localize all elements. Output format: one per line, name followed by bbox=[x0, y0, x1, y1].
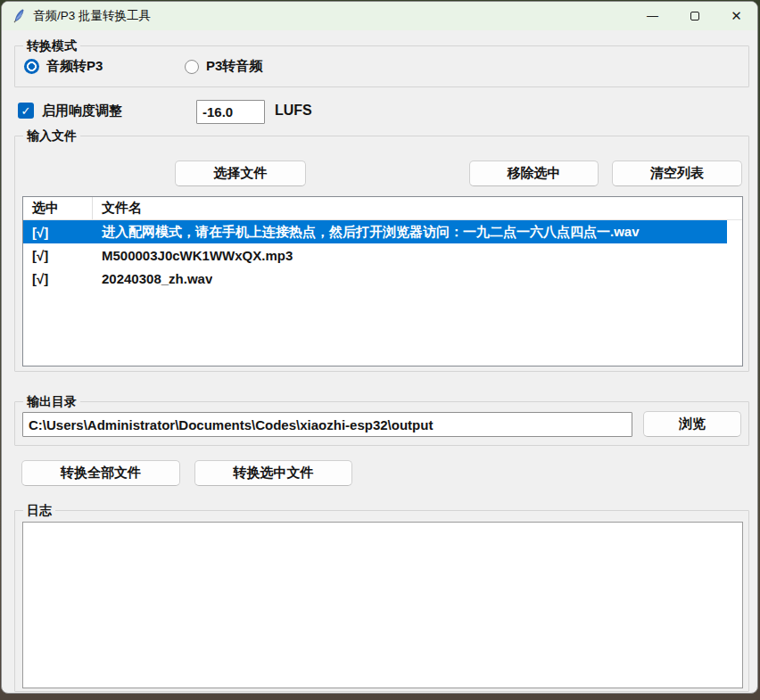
log-group-label: 日志 bbox=[23, 502, 55, 518]
row-filename: 进入配网模式，请在手机上连接热点，然后打开浏览器访问：一九二点一六八点四点一.w… bbox=[93, 224, 640, 241]
row-check-mark[interactable]: [√] bbox=[23, 220, 93, 243]
radio-unselected-icon bbox=[185, 60, 199, 74]
log-textarea[interactable] bbox=[22, 522, 743, 688]
row-filename: 20240308_zh.wav bbox=[93, 271, 212, 286]
close-icon: ✕ bbox=[731, 8, 742, 24]
clear-list-button[interactable]: 清空列表 bbox=[612, 161, 742, 186]
window-controls: — ✕ bbox=[632, 2, 757, 30]
browse-button[interactable]: 浏览 bbox=[643, 411, 741, 437]
checkmark-icon: ✓ bbox=[21, 104, 31, 118]
row-check-mark[interactable]: [√] bbox=[23, 267, 93, 290]
minimize-button[interactable]: — bbox=[632, 2, 673, 30]
minimize-icon: — bbox=[647, 9, 658, 22]
convert-selected-button[interactable]: 转换选中文件 bbox=[194, 460, 352, 486]
window-title: 音频/P3 批量转换工具 bbox=[33, 8, 151, 24]
output-dir-groupbox: 输出目录 浏览 bbox=[14, 401, 749, 446]
radio-audio-to-p3-label: 音频转P3 bbox=[46, 58, 103, 75]
close-button[interactable]: ✕ bbox=[715, 2, 757, 30]
radio-selected-icon bbox=[24, 59, 39, 74]
column-header-filename[interactable]: 文件名 bbox=[93, 200, 142, 217]
table-row[interactable]: [√] 进入配网模式，请在手机上连接热点，然后打开浏览器访问：一九二点一六八点四… bbox=[23, 220, 727, 243]
table-row[interactable]: [√] 20240308_zh.wav bbox=[23, 267, 742, 290]
radio-p3-to-audio[interactable]: P3转音频 bbox=[185, 58, 262, 75]
convert-all-button[interactable]: 转换全部文件 bbox=[21, 460, 180, 486]
maximize-icon bbox=[690, 12, 699, 21]
desktop-backdrop: { "window": { "title": "音频/P3 批量转换工具", "… bbox=[0, 0, 760, 700]
title-bar: 音频/P3 批量转换工具 — ✕ bbox=[2, 2, 757, 30]
loudness-checkbox[interactable]: ✓ bbox=[18, 103, 34, 119]
output-path-input[interactable] bbox=[22, 412, 632, 437]
select-files-button[interactable]: 选择文件 bbox=[175, 161, 306, 186]
loudness-label: 启用响度调整 bbox=[42, 103, 122, 119]
lufs-value-input[interactable] bbox=[196, 100, 265, 124]
table-row[interactable]: [√] M500003J0cWK1WWxQX.mp3 bbox=[23, 243, 742, 267]
column-header-checked[interactable]: 选中 bbox=[23, 197, 93, 219]
radio-audio-to-p3[interactable]: 音频转P3 bbox=[24, 58, 103, 75]
log-groupbox: 日志 bbox=[14, 510, 749, 692]
radio-p3-to-audio-label: P3转音频 bbox=[206, 58, 262, 75]
remove-selected-button[interactable]: 移除选中 bbox=[469, 161, 599, 186]
table-header: 选中 文件名 bbox=[23, 197, 742, 220]
row-filename: M500003J0cWK1WWxQX.mp3 bbox=[93, 248, 293, 263]
python-feather-icon bbox=[12, 9, 26, 23]
input-files-groupbox: 输入文件 选择文件 移除选中 清空列表 选中 文件名 [√] 进入配网模式，请在… bbox=[14, 136, 749, 372]
app-window: 音频/P3 批量转换工具 — ✕ 转换模式 音频转P3 P3转音频 ✓ 启用响度… bbox=[1, 1, 758, 694]
output-dir-group-label: 输出目录 bbox=[23, 393, 80, 409]
lufs-unit-label: LUFS bbox=[275, 103, 312, 119]
row-check-mark[interactable]: [√] bbox=[23, 243, 93, 267]
maximize-button[interactable] bbox=[673, 2, 715, 30]
file-list-table: 选中 文件名 [√] 进入配网模式，请在手机上连接热点，然后打开浏览器访问：一九… bbox=[22, 196, 743, 366]
mode-group-label: 转换模式 bbox=[23, 37, 80, 54]
input-files-group-label: 输入文件 bbox=[23, 128, 80, 144]
mode-groupbox: 转换模式 音频转P3 P3转音频 bbox=[14, 45, 749, 87]
